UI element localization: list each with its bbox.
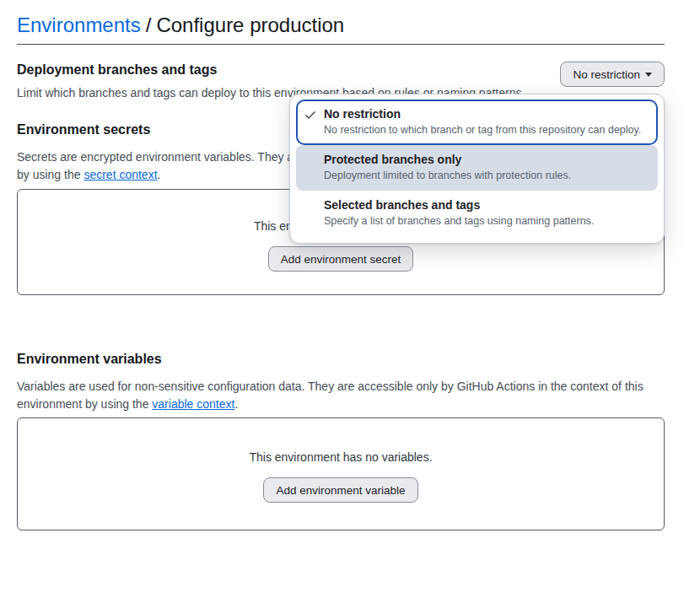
option-description: Deployment limited to branches with prot… xyxy=(324,169,649,183)
breadcrumb-separator: / xyxy=(146,13,152,36)
environment-variables-section: Environment variables Variables are used… xyxy=(17,351,665,530)
option-label: Selected branches and tags xyxy=(324,197,649,213)
restriction-selector-button[interactable]: No restriction xyxy=(560,62,665,87)
check-icon xyxy=(304,108,317,121)
dropdown-option-protected-branches[interactable]: Protected branches only Deployment limit… xyxy=(296,145,658,191)
dropdown-option-no-restriction[interactable]: No restriction No restriction to which b… xyxy=(296,100,658,145)
variables-heading: Environment variables xyxy=(17,351,665,368)
variables-description: Variables are used for non-sensitive con… xyxy=(17,378,665,413)
option-label: No restriction xyxy=(324,106,649,121)
variable-context-link[interactable]: variable context xyxy=(152,397,234,411)
deployment-heading: Deployment branches and tags xyxy=(17,62,525,78)
breadcrumb-environments-link[interactable]: Environments xyxy=(17,13,141,36)
page-title: Environments/Configure production xyxy=(17,0,665,38)
option-description: No restriction to which branch or tag fr… xyxy=(324,123,649,137)
breadcrumb-current: Configure production xyxy=(156,13,344,36)
restriction-selector-label: No restriction xyxy=(573,68,640,81)
restriction-dropdown-menu: No restriction No restriction to which b… xyxy=(289,94,665,244)
secret-context-link[interactable]: secret context xyxy=(83,168,157,181)
dropdown-option-selected-branches[interactable]: Selected branches and tags Specify a lis… xyxy=(296,191,658,236)
variables-empty-text: This environment has no variables. xyxy=(249,449,432,466)
add-environment-variable-button[interactable]: Add environment variable xyxy=(263,477,417,503)
variables-empty-box: This environment has no variables. Add e… xyxy=(17,417,665,530)
triangle-down-icon xyxy=(645,73,652,77)
secrets-description-period: . xyxy=(158,168,161,181)
environment-settings-page: Environments/Configure production Deploy… xyxy=(0,0,700,603)
option-label: Protected branches only xyxy=(324,152,649,167)
option-description: Specify a list of branches and tags usin… xyxy=(324,214,649,229)
variables-description-period: . xyxy=(234,397,238,411)
title-divider xyxy=(17,44,665,45)
add-environment-secret-button[interactable]: Add environment secret xyxy=(268,246,414,272)
variables-description-text: Variables are used for non-sensitive con… xyxy=(17,380,643,411)
